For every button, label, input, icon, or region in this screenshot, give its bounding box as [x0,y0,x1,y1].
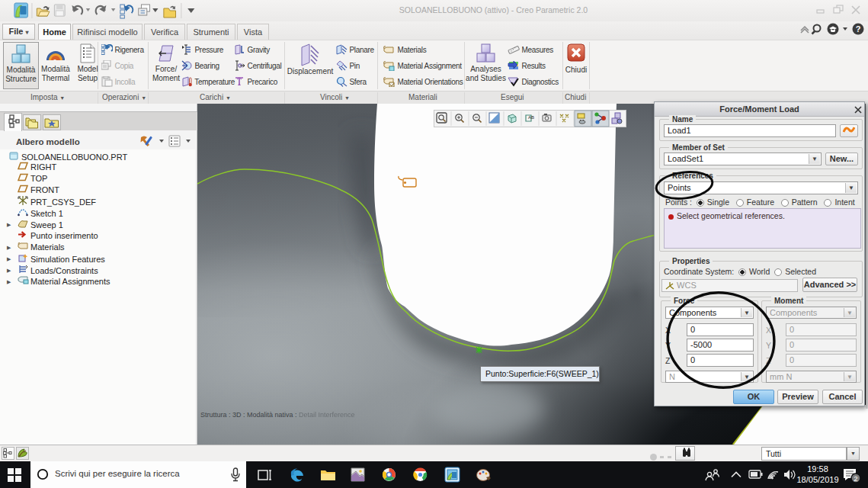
svg-text:Struttura : 3D : Modalità nati: Struttura : 3D : Modalità nativa : Detai… [200,411,355,419]
svg-text:?: ? [856,24,861,34]
svg-text:2: 2 [854,474,857,483]
svg-text:AB: AB [528,115,534,120]
